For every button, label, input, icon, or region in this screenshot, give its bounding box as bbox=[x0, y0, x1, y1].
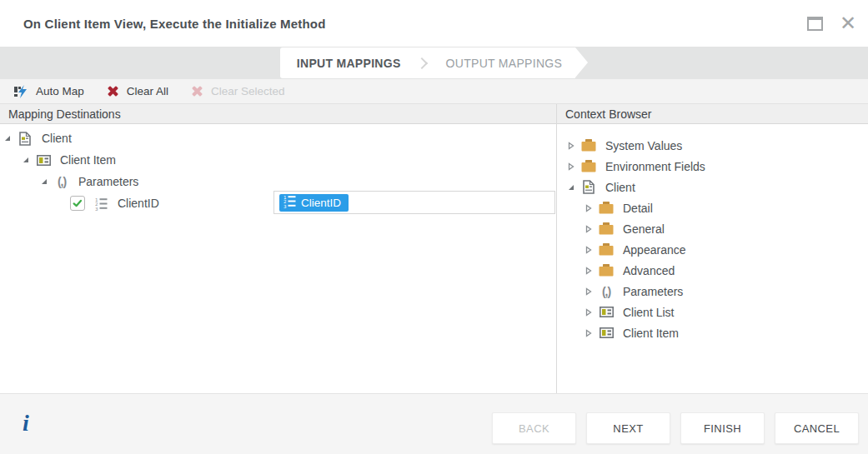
context-browser-panel: Context Browser System Values Environmen… bbox=[557, 104, 868, 393]
tree-item-label: ClientID bbox=[118, 197, 159, 210]
tree-item-appearance[interactable]: Appearance bbox=[557, 239, 868, 260]
chevron-right-icon bbox=[416, 57, 428, 68]
collapse-arrow[interactable] bbox=[3, 135, 12, 142]
mapping-toolbar: Auto Map Clear All Clear Selected bbox=[0, 79, 868, 104]
toolbar-button-label: Auto Map bbox=[36, 85, 84, 97]
item-view-icon bbox=[598, 327, 615, 338]
close-icon[interactable]: ✕ bbox=[840, 13, 856, 33]
mapping-destinations-panel: Mapping Destinations Client Client Item bbox=[0, 104, 557, 393]
cancel-button[interactable]: CANCEL bbox=[775, 412, 859, 444]
tree-item-detail[interactable]: Detail bbox=[557, 197, 868, 218]
tree-item-label: Client bbox=[42, 132, 72, 145]
tab-group: INPUT MAPPINGS OUTPUT MAPPINGS bbox=[280, 47, 588, 78]
briefcase-icon bbox=[580, 160, 597, 172]
tree-item-client-list[interactable]: Client List bbox=[557, 302, 868, 322]
parameters-icon: (,) bbox=[598, 285, 615, 298]
briefcase-icon bbox=[598, 264, 615, 277]
tab-arrow-tail bbox=[575, 47, 588, 77]
expand-arrow[interactable] bbox=[585, 225, 593, 233]
title-bar: On Client Item View, Execute the Initial… bbox=[0, 0, 868, 47]
finish-button[interactable]: FINISH bbox=[680, 412, 765, 444]
svg-text:3: 3 bbox=[95, 206, 98, 210]
clear-all-icon bbox=[106, 84, 120, 98]
tree-item-parameters[interactable]: (,) Parameters bbox=[557, 281, 868, 302]
main-area: Mapping Destinations Client Client Item bbox=[0, 104, 868, 393]
collapse-arrow[interactable] bbox=[567, 184, 575, 191]
footer-buttons: BACK NEXT FINISH CANCEL bbox=[492, 412, 859, 444]
tree-item-label: Client Item bbox=[60, 153, 116, 167]
toolbar-auto-map-button[interactable]: Auto Map bbox=[3, 79, 95, 103]
tree-item-label: Advanced bbox=[623, 264, 675, 277]
expand-arrow[interactable] bbox=[585, 204, 593, 212]
briefcase-icon bbox=[598, 202, 615, 214]
expand-arrow[interactable] bbox=[585, 329, 593, 337]
tree-item-parameters[interactable]: (,) Parameters bbox=[0, 171, 556, 192]
footer-bar: i BACK NEXT FINISH CANCEL bbox=[0, 393, 868, 454]
tab-input-mappings-label: INPUT MAPPINGS bbox=[297, 57, 401, 70]
back-button[interactable]: BACK bbox=[492, 412, 576, 444]
parameters-icon: (,) bbox=[53, 175, 70, 188]
tab-strip: INPUT MAPPINGS OUTPUT MAPPINGS bbox=[0, 47, 868, 79]
briefcase-icon bbox=[598, 243, 615, 256]
toolbar-button-label: Clear All bbox=[127, 85, 168, 97]
toolbar-clear-selected-button[interactable]: Clear Selected bbox=[179, 79, 296, 103]
item-view-icon bbox=[598, 307, 615, 317]
mapping-chip-label: ClientID bbox=[301, 197, 341, 209]
tree-item-client[interactable]: Client bbox=[557, 177, 868, 197]
tree-item-label: Client bbox=[605, 181, 635, 194]
tab-output-mappings[interactable]: OUTPUT MAPPINGS bbox=[433, 47, 576, 78]
tree-item-client-item[interactable]: Client Item bbox=[557, 322, 868, 343]
toolbar-clear-all-button[interactable]: Clear All bbox=[95, 79, 179, 103]
tree-item-general[interactable]: General bbox=[557, 218, 868, 239]
tree-item-system-values[interactable]: System Values bbox=[557, 135, 868, 156]
collapse-arrow[interactable] bbox=[40, 178, 48, 185]
dialog-window: On Client Item View, Execute the Initial… bbox=[0, 0, 868, 454]
context-browser-tree: System Values Environment Fields Client bbox=[557, 124, 868, 343]
tree-item-label: Appearance bbox=[623, 243, 686, 257]
tree-item-label: Parameters bbox=[623, 285, 683, 298]
collapse-arrow[interactable] bbox=[22, 157, 30, 163]
tree-item-label: Parameters bbox=[78, 175, 138, 188]
expand-arrow[interactable] bbox=[585, 308, 593, 317]
expand-arrow[interactable] bbox=[585, 267, 593, 275]
tree-item-label: Client List bbox=[623, 306, 674, 319]
tree-item-client-item[interactable]: Client Item bbox=[0, 149, 556, 171]
info-icon[interactable]: i bbox=[23, 412, 29, 435]
tab-input-mappings[interactable]: INPUT MAPPINGS bbox=[280, 47, 414, 78]
briefcase-icon bbox=[598, 222, 615, 235]
svg-text:3: 3 bbox=[283, 203, 287, 207]
expand-arrow[interactable] bbox=[585, 246, 593, 254]
maximize-icon[interactable] bbox=[807, 17, 823, 31]
tab-separator bbox=[414, 47, 433, 78]
tree-item-label: Environment Fields bbox=[605, 160, 705, 173]
dialog-title: On Client Item View, Execute the Initial… bbox=[0, 17, 326, 31]
auto-map-icon bbox=[14, 85, 29, 98]
tab-output-mappings-label: OUTPUT MAPPINGS bbox=[446, 57, 563, 70]
mapping-field[interactable]: 1 2 3 ClientID bbox=[273, 191, 555, 214]
tree-item-label: System Values bbox=[605, 139, 682, 152]
expand-arrow[interactable] bbox=[567, 142, 575, 150]
view-icon bbox=[580, 180, 597, 194]
tree-item-label: Client Item bbox=[623, 327, 679, 340]
mapping-chip[interactable]: 1 2 3 ClientID bbox=[279, 194, 349, 212]
window-controls: ✕ bbox=[807, 0, 856, 47]
item-view-icon bbox=[35, 155, 52, 166]
expand-arrow[interactable] bbox=[585, 287, 593, 296]
clear-selected-icon bbox=[190, 84, 204, 98]
tree-item-environment-fields[interactable]: Environment Fields bbox=[557, 156, 868, 177]
tree-item-label: General bbox=[623, 222, 665, 236]
numbered-list-icon: 1 2 3 bbox=[93, 197, 109, 211]
expand-arrow[interactable] bbox=[567, 162, 575, 171]
tree-item-advanced[interactable]: Advanced bbox=[557, 260, 868, 281]
numbered-list-white-icon: 1 2 3 bbox=[283, 194, 296, 212]
briefcase-icon bbox=[580, 139, 597, 152]
next-button[interactable]: NEXT bbox=[586, 412, 670, 444]
mapping-destinations-header: Mapping Destinations bbox=[0, 104, 556, 124]
tree-item-client[interactable]: Client bbox=[0, 127, 556, 149]
toolbar-button-label: Clear Selected bbox=[211, 85, 285, 97]
view-icon bbox=[17, 132, 33, 146]
context-browser-header: Context Browser bbox=[557, 104, 868, 124]
tree-item-label: Detail bbox=[623, 202, 653, 215]
checkbox-checked[interactable] bbox=[70, 196, 85, 211]
